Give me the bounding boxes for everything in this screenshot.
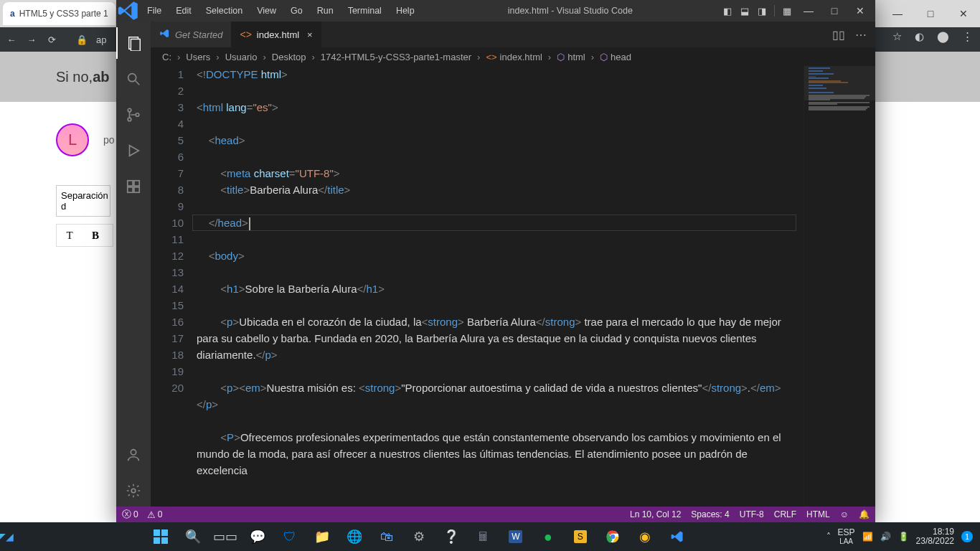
browser-tab[interactable]: a HTML5 y CSS3 parte 1 (3, 2, 116, 25)
bc-seg[interactable]: index.html (500, 52, 542, 62)
avatar[interactable]: L (56, 123, 89, 156)
address-text[interactable]: ap (96, 34, 106, 45)
warnings-status[interactable]: ⚠0 (147, 509, 163, 520)
bc-seg[interactable]: Users (186, 52, 210, 62)
start-button[interactable] (147, 523, 174, 550)
settings-gear-icon[interactable] (116, 475, 151, 507)
file-explorer-icon[interactable]: 📁 (308, 523, 336, 550)
widgets-button[interactable]: ◤◢ (0, 522, 11, 551)
svg-rect-15 (161, 529, 168, 536)
minimap[interactable] (804, 66, 875, 507)
errors-status[interactable]: ⓧ0 (122, 508, 138, 521)
breadcrumb[interactable]: C: Users Usuario Desktop 1742-HTML5-y-CS… (151, 47, 875, 66)
chrome-canary-icon[interactable]: ◉ (631, 523, 659, 550)
editor[interactable]: 1234567891011121314151617181920 <!DOCTYP… (151, 66, 875, 507)
close-button[interactable]: ✕ (848, 1, 872, 21)
bc-seg[interactable]: 1742-HTML5-y-CSS3-parte1-master (321, 52, 471, 62)
obs-icon[interactable]: ⚙ (405, 523, 433, 550)
symbol-icon: ⬡ (600, 52, 608, 62)
minimize-button[interactable]: — (796, 1, 821, 21)
close-icon[interactable]: × (307, 29, 313, 40)
font-size-button[interactable]: T (57, 225, 83, 246)
security-icon[interactable]: 🛡 (276, 523, 303, 550)
run-debug-icon[interactable] (116, 135, 151, 166)
search-button[interactable]: 🔍 (179, 523, 207, 550)
notifications-icon[interactable]: 🔔 (859, 509, 870, 519)
chrome-icon[interactable] (599, 523, 626, 550)
tray-overflow-icon[interactable]: ˄ (826, 532, 831, 542)
separator (774, 5, 775, 17)
layout-right-icon[interactable]: ◨ (754, 4, 770, 18)
maximize-button[interactable]: □ (914, 0, 947, 27)
split-editor-icon[interactable]: ▯▯ (832, 28, 845, 42)
feedback-icon[interactable]: ☺ (840, 509, 849, 519)
search-icon[interactable] (116, 63, 151, 95)
layout-left-icon[interactable]: ◧ (720, 4, 735, 18)
account-icon[interactable] (116, 439, 151, 471)
cursor-position[interactable]: Ln 10, Col 12 (630, 509, 681, 519)
volume-icon[interactable]: 🔊 (880, 532, 891, 542)
app-icon[interactable]: S (567, 523, 594, 550)
menu-edit[interactable]: Edit (169, 3, 198, 19)
wifi-icon[interactable]: 📶 (862, 532, 873, 542)
eol[interactable]: CRLF (774, 509, 796, 519)
bc-seg[interactable]: Desktop (272, 52, 306, 62)
bc-seg[interactable]: C: (162, 52, 171, 62)
menu-selection[interactable]: Selection (199, 3, 249, 19)
banner-text-bold: ab (93, 69, 109, 85)
menu-terminal[interactable]: Terminal (341, 3, 388, 19)
status-bar: ⓧ0 ⚠0 Ln 10, Col 12 Spaces: 4 UTF-8 CRLF… (116, 507, 875, 522)
calculator-icon[interactable]: 🖩 (470, 523, 497, 550)
more-actions-icon[interactable]: ⋯ (855, 28, 867, 42)
reload-icon[interactable]: ⟳ (46, 34, 57, 45)
extensions-icon[interactable] (116, 171, 151, 202)
menu-view[interactable]: View (250, 3, 283, 19)
spotify-icon[interactable]: ● (534, 523, 562, 550)
help-icon[interactable]: ❔ (438, 523, 465, 550)
svg-rect-14 (154, 529, 160, 536)
favicon: a (10, 9, 15, 19)
bc-seg[interactable]: Usuario (225, 52, 258, 62)
tab-get-started[interactable]: Get Started (151, 22, 231, 47)
back-icon[interactable]: ← (6, 34, 17, 45)
close-button[interactable]: ✕ (947, 0, 980, 27)
language-indicator[interactable]: ESP LAA (838, 528, 855, 545)
layout-bottom-icon[interactable]: ⬓ (737, 4, 753, 18)
explorer-icon[interactable] (116, 27, 151, 59)
maximize-button[interactable]: □ (822, 1, 847, 21)
system-tray: ˄ ESP LAA 📶 🔊 🔋 18:19 23/8/2022 1 (826, 527, 980, 546)
store-icon[interactable]: 🛍 (373, 523, 400, 550)
clock[interactable]: 18:19 23/8/2022 (916, 527, 954, 546)
menu-run[interactable]: Run (311, 3, 340, 19)
source-control-icon[interactable] (116, 99, 151, 131)
bc-seg[interactable]: html (567, 52, 585, 62)
notification-badge[interactable]: 1 (961, 531, 973, 542)
encoding[interactable]: UTF-8 (740, 509, 764, 519)
word-icon[interactable]: W (502, 523, 529, 550)
menu-go[interactable]: Go (284, 3, 309, 19)
extension-icon[interactable]: ◐ (915, 30, 924, 43)
edge-icon[interactable]: 🌐 (341, 523, 368, 550)
teams-icon[interactable]: 💬 (244, 523, 271, 550)
language-mode[interactable]: HTML (806, 509, 830, 519)
minimize-button[interactable]: — (881, 0, 914, 27)
layout-customize-icon[interactable]: ▦ (779, 4, 795, 18)
tab-label: index.html (257, 29, 299, 40)
menu-icon[interactable]: ⋮ (962, 30, 973, 43)
bold-button[interactable]: B (83, 225, 108, 246)
indentation[interactable]: Spaces: 4 (691, 509, 729, 519)
battery-icon[interactable]: 🔋 (898, 532, 909, 542)
svg-rect-17 (161, 537, 168, 544)
forward-icon[interactable]: → (26, 34, 37, 45)
task-view-button[interactable]: ▭▭ (212, 523, 239, 550)
profile-icon[interactable]: ⬤ (937, 30, 949, 43)
tab-index-html[interactable]: <> index.html × (231, 22, 321, 47)
star-icon[interactable]: ☆ (892, 30, 902, 43)
bc-seg[interactable]: head (611, 52, 631, 62)
svg-line-3 (136, 81, 140, 85)
menu-help[interactable]: Help (390, 3, 421, 19)
menu-file[interactable]: File (141, 3, 168, 19)
taskbar-apps: 🔍 ▭▭ 💬 🛡 📁 🌐 🛍 ⚙ ❔ 🖩 W ● S ◉ (11, 523, 826, 550)
vscode-taskbar-icon[interactable] (664, 523, 691, 550)
code-area[interactable]: <!DOCTYPE html><html lang="es"> <head> <… (192, 66, 875, 507)
